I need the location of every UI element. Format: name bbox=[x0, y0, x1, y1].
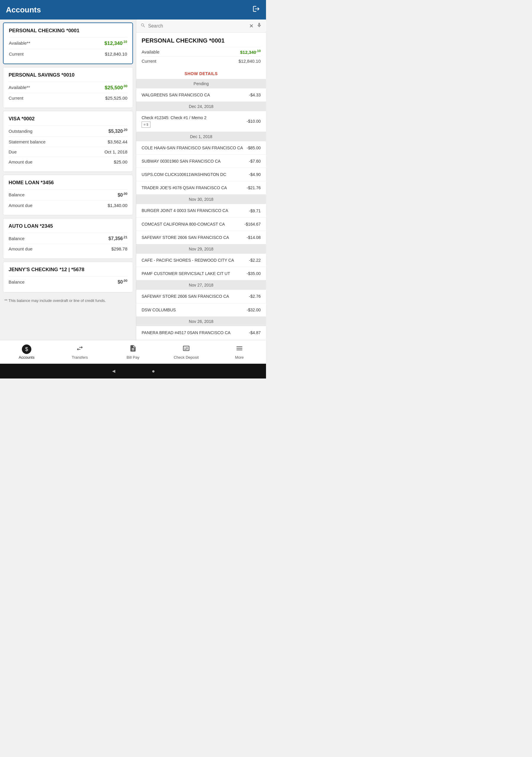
transaction-name: SUBWAY 00301960 SAN FRANCISCO CA bbox=[142, 159, 249, 164]
transaction-amount: -$4.90 bbox=[249, 172, 261, 177]
nav-checkdeposit-label: Check Deposit bbox=[174, 355, 199, 360]
nav-accounts[interactable]: $ Accounts bbox=[0, 340, 53, 364]
account-row: Statement balance $3,562.44 bbox=[9, 136, 127, 147]
transaction-amount: -$85.00 bbox=[247, 145, 261, 150]
detail-available-row: Available $12,340.10 bbox=[142, 47, 261, 56]
transaction-row[interactable]: SAFEWAY STORE 2606 SAN FRANCISCO CA -$2.… bbox=[136, 290, 266, 303]
nav-billpay[interactable]: Bill Pay bbox=[106, 340, 160, 364]
transaction-amount: -$4.87 bbox=[249, 330, 261, 335]
transaction-row[interactable]: COMCAST CALIFORNIA 800-COMCAST CA -$164.… bbox=[136, 218, 266, 231]
transaction-row[interactable]: USPS.COM CLICK100611WASHINGTON DC -$4.90 bbox=[136, 168, 266, 181]
transaction-row[interactable]: WALGREENS SAN FRANCISCO CA -$4.33 bbox=[136, 88, 266, 102]
section-header-1: Dec 24, 2018 bbox=[136, 102, 266, 111]
transaction-row[interactable]: PAMF CUSTOMER SERVICSALT LAKE CIT UT -$3… bbox=[136, 267, 266, 280]
detail-header: PERSONAL CHECKING *0001 Available $12,34… bbox=[136, 33, 266, 68]
transaction-name: SAFEWAY STORE 2606 SAN FRANCISCO CA bbox=[142, 294, 249, 299]
transaction-amount: -$2.76 bbox=[249, 294, 261, 299]
transaction-name: USPS.COM CLICK100611WASHINGTON DC bbox=[142, 172, 249, 177]
transaction-row[interactable]: SAFEWAY STORE 2606 SAN FRANCISCO CA -$14… bbox=[136, 231, 266, 244]
transaction-name: Check #12345: Check #1 / Memo 2≡ $ bbox=[142, 115, 247, 128]
transaction-row[interactable]: Check #12345: Check #1 / Memo 2≡ $ -$10.… bbox=[136, 111, 266, 132]
account-name-visa: VISA *0002 bbox=[9, 116, 127, 122]
transfers-icon bbox=[76, 345, 84, 354]
transaction-name: BURGER JOINT 4 0003 SAN FRANCISCO CA bbox=[142, 208, 249, 213]
nav-transfers[interactable]: Transfers bbox=[53, 340, 106, 364]
detail-current-amount: $12,840.10 bbox=[239, 59, 261, 64]
account-card-personal-savings[interactable]: PERSONAL SAVINGS *0010 Available** $25,5… bbox=[3, 67, 133, 108]
section-header-4: Nov 29, 2018 bbox=[136, 244, 266, 254]
transaction-section-3: Nov 30, 2018 BURGER JOINT 4 0003 SAN FRA… bbox=[136, 195, 266, 244]
account-card-personal-checking[interactable]: PERSONAL CHECKING *0001 Available** $12,… bbox=[3, 22, 133, 64]
transaction-amount: -$2.22 bbox=[249, 258, 261, 262]
transaction-amount: -$164.67 bbox=[245, 222, 261, 227]
account-row: Amount due $298.78 bbox=[9, 244, 127, 254]
account-row: Amount due $1,340.00 bbox=[9, 200, 127, 210]
transaction-name: WALGREENS SAN FRANCISCO CA bbox=[142, 92, 249, 98]
logout-icon[interactable] bbox=[252, 5, 260, 15]
transaction-row[interactable]: BURGER JOINT 4 0003 SAN FRANCISCO CA -$9… bbox=[136, 204, 266, 217]
search-icon bbox=[140, 23, 146, 29]
section-header-0: Pending bbox=[136, 79, 266, 88]
transaction-section-5: Nov 27, 2018 SAFEWAY STORE 2606 SAN FRAN… bbox=[136, 280, 266, 317]
search-input[interactable] bbox=[148, 23, 249, 29]
account-row: Available** $25,500.00 bbox=[9, 82, 127, 93]
transaction-name: PAMF CUSTOMER SERVICSALT LAKE CIT UT bbox=[142, 271, 247, 276]
transaction-row[interactable]: COLE HAAN-SAN FRANCISCO SAN FRANCISCO CA… bbox=[136, 141, 266, 155]
detail-account-name: PERSONAL CHECKING *0001 bbox=[142, 37, 261, 44]
transaction-name: PANERA BREAD #4517 0SAN FRANCISCO CA bbox=[142, 330, 249, 335]
transaction-section-1: Dec 24, 2018 Check #12345: Check #1 / Me… bbox=[136, 102, 266, 132]
detail-available-amount: $12,340.10 bbox=[240, 49, 261, 55]
account-card-visa[interactable]: VISA *0002 Outstanding $5,320.20 Stateme… bbox=[3, 111, 133, 171]
account-card-jenny-checking[interactable]: JENNY'S CHECKING *12 | *5678 Balance $0.… bbox=[3, 262, 133, 292]
account-row: Current $12,840.10 bbox=[9, 49, 127, 59]
transaction-amount: -$10.00 bbox=[247, 119, 261, 124]
header-title: Accounts bbox=[6, 5, 41, 15]
transaction-row[interactable]: CAFE - PACIFIC SHORES - REDWOOD CITY CA … bbox=[136, 254, 266, 267]
transaction-name: DSW COLUMBUS bbox=[142, 307, 247, 313]
account-name-auto-loan: AUTO LOAN *2345 bbox=[9, 223, 127, 229]
nav-transfers-label: Transfers bbox=[72, 355, 88, 360]
transaction-name: SAFEWAY STORE 2606 SAN FRANCISCO CA bbox=[142, 235, 247, 240]
billpay-icon bbox=[129, 345, 137, 354]
transaction-row[interactable]: PANERA BREAD #4517 0SAN FRANCISCO CA -$4… bbox=[136, 326, 266, 340]
account-row: Outstanding $5,320.20 bbox=[9, 125, 127, 136]
account-detail-panel: ✕ PERSONAL CHECKING *0001 Available $12,… bbox=[136, 19, 266, 340]
account-name-personal-savings: PERSONAL SAVINGS *0010 bbox=[9, 72, 127, 78]
more-icon bbox=[236, 345, 243, 354]
transaction-amount: -$7.60 bbox=[249, 159, 261, 164]
transaction-section-2: Dec 1, 2018 COLE HAAN-SAN FRANCISCO SAN … bbox=[136, 132, 266, 195]
account-row: Balance $7,356.21 bbox=[9, 233, 127, 244]
android-back-btn[interactable]: ◄ bbox=[111, 368, 116, 374]
nav-more[interactable]: More bbox=[213, 340, 266, 364]
account-row: Amount due $25.00 bbox=[9, 157, 127, 167]
transaction-section-4: Nov 29, 2018 CAFE - PACIFIC SHORES - RED… bbox=[136, 244, 266, 280]
transaction-amount: -$14.08 bbox=[247, 235, 261, 240]
account-name-home-loan: HOME LOAN *3456 bbox=[9, 180, 127, 186]
section-header-6: Nov 26, 2018 bbox=[136, 317, 266, 326]
search-clear-icon[interactable]: ✕ bbox=[249, 23, 253, 29]
account-card-auto-loan[interactable]: AUTO LOAN *2345 Balance $7,356.21 Amount… bbox=[3, 218, 133, 259]
account-row: Available** $12,340.10 bbox=[9, 37, 127, 49]
show-details-button[interactable]: SHOW DETAILS bbox=[136, 68, 266, 79]
nav-billpay-label: Bill Pay bbox=[127, 355, 139, 360]
transaction-row[interactable]: TRADER JOE'S #078 QSAN FRANCISCO CA -$21… bbox=[136, 181, 266, 195]
check-thumbnail[interactable]: ≡ $ bbox=[142, 122, 150, 128]
detail-available-label: Available bbox=[142, 49, 160, 54]
transaction-row[interactable]: DSW COLUMBUS -$32.00 bbox=[136, 303, 266, 317]
transaction-row[interactable]: SUBWAY 00301960 SAN FRANCISCO CA -$7.60 bbox=[136, 155, 266, 168]
search-mic-icon[interactable] bbox=[256, 22, 262, 29]
account-name-jenny-checking: JENNY'S CHECKING *12 | *5678 bbox=[9, 267, 127, 273]
detail-current-row: Current $12,840.10 bbox=[142, 56, 261, 65]
transaction-amount: -$21.76 bbox=[247, 185, 261, 190]
transaction-amount: -$4.33 bbox=[249, 93, 261, 97]
account-list-panel: PERSONAL CHECKING *0001 Available** $12,… bbox=[0, 19, 136, 340]
nav-checkdeposit[interactable]: Check Deposit bbox=[160, 340, 213, 364]
section-header-3: Nov 30, 2018 bbox=[136, 195, 266, 204]
checkdeposit-icon bbox=[182, 345, 190, 354]
account-card-home-loan[interactable]: HOME LOAN *3456 Balance $0.00 Amount due… bbox=[3, 175, 133, 215]
app-header: Accounts bbox=[0, 0, 266, 19]
android-home-btn[interactable]: ● bbox=[152, 368, 155, 374]
transaction-name: CAFE - PACIFIC SHORES - REDWOOD CITY CA bbox=[142, 257, 249, 263]
section-header-5: Nov 27, 2018 bbox=[136, 280, 266, 290]
transaction-section-6: Nov 26, 2018 PANERA BREAD #4517 0SAN FRA… bbox=[136, 317, 266, 340]
